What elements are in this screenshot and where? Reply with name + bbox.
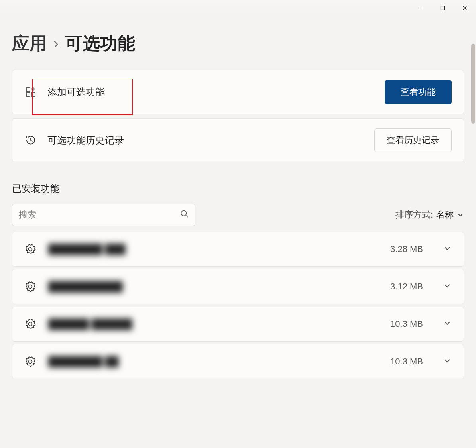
breadcrumb: 应用 › 可选功能: [12, 32, 464, 55]
close-button[interactable]: [454, 0, 476, 16]
add-feature-card: 添加可选功能 查看功能: [12, 70, 464, 114]
content: 应用 › 可选功能 添加可选功能 查看功能: [0, 16, 476, 448]
svg-rect-6: [31, 93, 35, 96]
feature-name: ███████████: [48, 281, 378, 292]
scrollbar-thumb[interactable]: [471, 44, 475, 124]
feature-item[interactable]: ██████ ██████ 10.3 MB: [12, 307, 464, 342]
minimize-icon: [417, 5, 423, 11]
sort-value: 名称: [436, 209, 454, 221]
feature-size: 10.3 MB: [390, 356, 423, 367]
close-icon: [462, 5, 468, 11]
history-icon: [24, 134, 37, 147]
search-box: [12, 204, 195, 226]
sort-label: 排序方式:: [395, 209, 433, 221]
feature-name: ██████ ██████: [48, 318, 378, 330]
svg-rect-4: [26, 88, 30, 91]
svg-rect-5: [26, 93, 30, 96]
feature-size: 10.3 MB: [390, 319, 423, 329]
chevron-down-icon: [443, 356, 452, 367]
svg-point-11: [29, 248, 32, 251]
feature-list: ████████ ███ 3.28 MB ███████████ 3.12 MB…: [12, 232, 464, 379]
feature-item[interactable]: ████████ ██ 10.3 MB: [12, 344, 464, 379]
chevron-down-icon: [443, 281, 452, 292]
titlebar: [0, 0, 476, 16]
feature-name: ████████ ██: [48, 356, 378, 367]
window-controls: [409, 0, 476, 16]
svg-rect-1: [441, 6, 445, 10]
maximize-icon: [440, 5, 445, 11]
search-sort-row: 排序方式: 名称: [12, 204, 464, 226]
svg-point-12: [29, 285, 32, 289]
installed-features-header: 已安装功能: [12, 182, 464, 195]
view-history-button[interactable]: 查看历史记录: [374, 128, 452, 152]
add-grid-icon: [24, 86, 37, 98]
maximize-button[interactable]: [431, 0, 454, 16]
history-label: 可选功能历史记录: [47, 134, 364, 147]
view-features-button[interactable]: 查看功能: [385, 80, 452, 104]
add-feature-label: 添加可选功能: [47, 86, 374, 98]
puzzle-icon: [24, 243, 36, 255]
feature-name: ████████ ███: [48, 244, 378, 255]
chevron-down-icon: [443, 244, 452, 254]
breadcrumb-parent[interactable]: 应用: [12, 32, 47, 55]
scrollbar-track[interactable]: [470, 16, 476, 448]
puzzle-icon: [24, 356, 36, 367]
svg-point-13: [29, 322, 32, 326]
feature-size: 3.12 MB: [390, 281, 423, 292]
chevron-down-icon: [443, 319, 452, 329]
puzzle-icon: [24, 281, 36, 293]
feature-item[interactable]: ████████ ███ 3.28 MB: [12, 232, 464, 267]
history-card: 可选功能历史记录 查看历史记录: [12, 118, 464, 162]
breadcrumb-current: 可选功能: [65, 32, 135, 55]
chevron-down-icon: [457, 211, 464, 218]
svg-point-14: [29, 360, 32, 364]
feature-size: 3.28 MB: [390, 244, 423, 254]
breadcrumb-separator: ›: [53, 35, 59, 52]
search-input[interactable]: [12, 204, 195, 226]
feature-item[interactable]: ███████████ 3.12 MB: [12, 269, 464, 304]
minimize-button[interactable]: [409, 0, 431, 16]
puzzle-icon: [24, 318, 36, 330]
sort-dropdown[interactable]: 排序方式: 名称: [395, 209, 464, 221]
